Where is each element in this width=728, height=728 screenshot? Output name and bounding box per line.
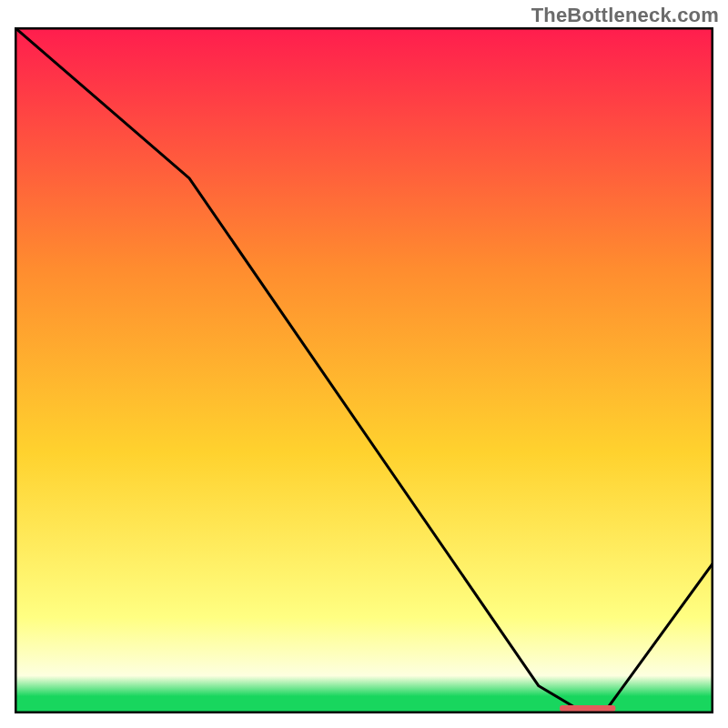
plot-area (15, 27, 713, 713)
gradient-background (15, 27, 713, 713)
chart-container: TheBottleneck.com (0, 0, 728, 728)
optimal-range-marker (560, 705, 615, 712)
chart-svg (15, 27, 713, 713)
attribution-text: TheBottleneck.com (531, 4, 719, 27)
